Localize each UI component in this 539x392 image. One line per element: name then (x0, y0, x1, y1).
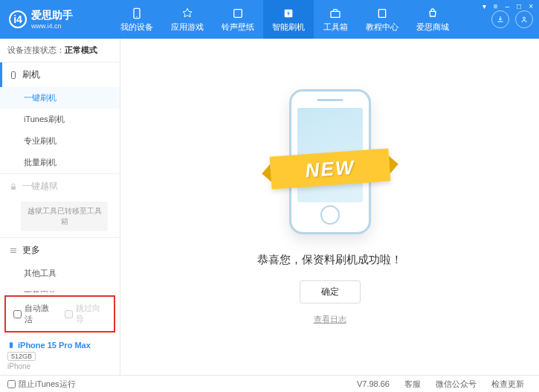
sidebar-item-other-tools[interactable]: 其他工具 (0, 263, 120, 284)
device-icon (7, 340, 15, 350)
version-label: V7.98.66 (349, 379, 397, 388)
highlighted-checkbox-row: 自动激活 跳过向导 (4, 295, 115, 332)
book-icon (375, 7, 389, 20)
svg-rect-2 (234, 9, 242, 17)
checkbox-auto-activate[interactable]: 自动激活 (13, 303, 56, 325)
tab-toolbox[interactable]: 工具箱 (314, 0, 357, 39)
nav-tabs: 我的设备 应用游戏 铃声壁纸 智能刷机 工具箱 教程中心 爱思商城 (112, 0, 491, 39)
sidebar: 设备连接状态：正常模式 刷机 一键刷机 iTunes刷机 专业刷机 批量刷机 一… (0, 39, 120, 375)
phone-illustration: NEW (282, 89, 378, 238)
footer-support[interactable]: 客服 (397, 379, 428, 390)
settings-small-icon[interactable]: ≡ (492, 2, 500, 10)
tab-flash[interactable]: 智能刷机 (263, 0, 314, 39)
app-name: 爱思助手 (31, 9, 73, 22)
jailbreak-note: 越狱工具已转移至工具箱 (21, 202, 108, 231)
lock-icon (9, 182, 18, 191)
device-status: 设备连接状态：正常模式 (0, 39, 120, 62)
sidebar-item-itunes-flash[interactable]: iTunes刷机 (0, 109, 120, 130)
toolbox-icon (329, 7, 342, 20)
sidebar-item-pro-flash[interactable]: 专业刷机 (0, 130, 120, 152)
apps-icon (181, 7, 194, 20)
svg-point-6 (523, 17, 526, 19)
flash-icon (282, 7, 295, 20)
block-itunes-checkbox[interactable]: 阻止iTunes运行 (7, 379, 76, 390)
app-url: www.i4.cn (31, 22, 73, 30)
header-right (491, 10, 539, 28)
confirm-button[interactable]: 确定 (300, 280, 361, 303)
sidebar-item-batch-flash[interactable]: 批量刷机 (0, 152, 120, 173)
section-flash[interactable]: 刷机 (0, 62, 120, 87)
phone-small-icon (9, 71, 18, 80)
checkbox-skip-guide[interactable]: 跳过向导 (65, 303, 107, 325)
tab-apps[interactable]: 应用游戏 (162, 0, 213, 39)
svg-point-1 (136, 16, 137, 17)
music-icon (231, 7, 245, 20)
logo-icon: i4 (9, 10, 27, 28)
sidebar-item-download-firmware[interactable]: 下载固件 (0, 284, 120, 292)
tab-tutorials[interactable]: 教程中心 (357, 0, 407, 39)
user-button[interactable] (515, 10, 533, 28)
footer-wechat[interactable]: 微信公众号 (428, 379, 484, 390)
svg-rect-9 (10, 342, 13, 348)
download-button[interactable] (491, 10, 509, 28)
section-more[interactable]: 更多 (0, 238, 120, 263)
device-type: iPhone (7, 362, 112, 370)
success-message: 恭喜您，保资料刷机成功啦！ (257, 253, 402, 267)
new-ribbon: NEW (269, 148, 390, 189)
view-log-link[interactable]: 查看日志 (314, 314, 346, 325)
window-controls: ▾ ≡ – □ × (481, 2, 535, 10)
footer: 阻止iTunes运行 V7.98.66 客服 微信公众号 检查更新 (0, 375, 539, 392)
device-info[interactable]: iPhone 15 Pro Max 512GB iPhone (0, 335, 120, 375)
phone-icon (130, 7, 143, 20)
list-icon (9, 246, 18, 255)
svg-rect-5 (378, 9, 385, 17)
device-name: iPhone 15 Pro Max (7, 340, 112, 350)
tab-ringtones[interactable]: 铃声壁纸 (213, 0, 263, 39)
tab-shop[interactable]: 爱思商城 (407, 0, 458, 39)
main-content: NEW 恭喜您，保资料刷机成功啦！ 确定 查看日志 (120, 39, 539, 375)
section-jailbreak: 一键越狱 (0, 174, 120, 199)
menu-icon[interactable]: ▾ (481, 2, 488, 10)
svg-rect-4 (331, 11, 340, 17)
tab-my-device[interactable]: 我的设备 (112, 0, 162, 39)
logo-area: i4 爱思助手 www.i4.cn (0, 9, 112, 30)
app-header: ▾ ≡ – □ × i4 爱思助手 www.i4.cn 我的设备 应用游戏 铃声… (0, 0, 539, 39)
close-icon[interactable]: × (527, 2, 535, 10)
svg-rect-8 (11, 186, 16, 190)
shop-icon (426, 7, 439, 20)
svg-rect-7 (12, 71, 16, 78)
maximize-icon[interactable]: □ (515, 2, 523, 10)
minimize-icon[interactable]: – (504, 2, 511, 10)
device-storage: 512GB (7, 352, 36, 361)
sidebar-item-oneclick-flash[interactable]: 一键刷机 (0, 87, 120, 109)
footer-update[interactable]: 检查更新 (484, 379, 532, 390)
